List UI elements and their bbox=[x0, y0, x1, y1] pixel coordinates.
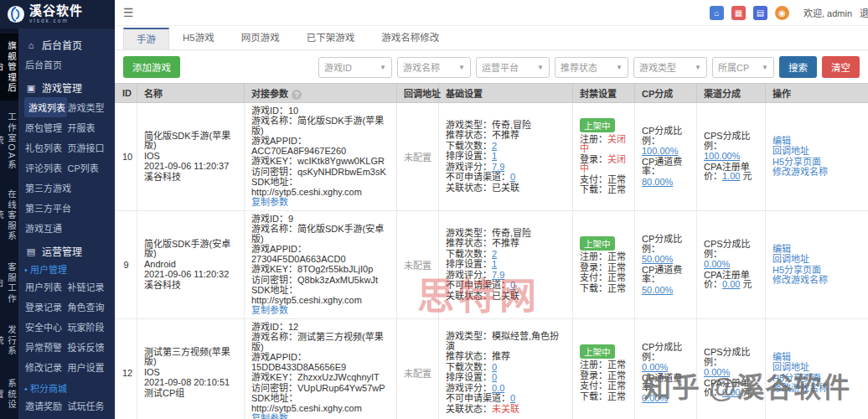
channel-share-line-value[interactable]: 0.00 bbox=[722, 387, 740, 397]
basic-line-value[interactable]: 0.0 bbox=[492, 383, 504, 393]
callback-link[interactable]: 回调地址 bbox=[772, 146, 809, 156]
basic-line-value[interactable]: 0 bbox=[510, 280, 515, 290]
sidebar-item[interactable]: 用户设置 bbox=[67, 357, 110, 377]
rail-item[interactable]: 客服工作台 bbox=[0, 254, 18, 312]
sidebar-item[interactable]: 原包管理 bbox=[24, 117, 67, 137]
sidebar-item[interactable]: 登录记录 bbox=[24, 297, 67, 317]
filter-select[interactable]: 游戏名称▼ bbox=[397, 57, 471, 78]
channel-share-line-value[interactable]: 0.00% bbox=[704, 259, 730, 269]
sidebar-item[interactable]: 角色查询 bbox=[67, 297, 110, 317]
menu-section-title[interactable]: ▤运营管理 bbox=[25, 244, 108, 258]
sidebar-item[interactable]: 页游接口 bbox=[67, 137, 110, 158]
channel-share-line-value[interactable]: 0.00 bbox=[722, 279, 740, 289]
rename-link[interactable]: 修改游戏名称 bbox=[772, 167, 828, 177]
tab-网页游戏[interactable]: 网页游戏 bbox=[228, 26, 293, 49]
filter-select[interactable]: 推荐状态▼ bbox=[555, 57, 628, 78]
basic-line-value[interactable]: 0 bbox=[510, 393, 515, 403]
menu-section-title[interactable]: ▣游戏管理 bbox=[25, 80, 108, 95]
sidebar-item[interactable]: 礼包列表 bbox=[24, 137, 67, 158]
home-icon[interactable]: ⌂ bbox=[710, 6, 724, 20]
basic-line-value[interactable]: 0 bbox=[492, 372, 497, 382]
sidebar-item[interactable]: 积分明细 bbox=[67, 416, 110, 419]
sidebar-item[interactable]: 补链记录 bbox=[67, 277, 110, 297]
tab-手游[interactable]: 手游 bbox=[123, 28, 169, 49]
edit-link[interactable]: 编辑 bbox=[772, 352, 791, 362]
channel-share-line-value[interactable]: 1.00 bbox=[722, 171, 740, 181]
basic-line-value[interactable]: 0 bbox=[492, 362, 497, 372]
edit-link[interactable]: 编辑 bbox=[772, 244, 791, 254]
filter-select[interactable]: 游戏ID▼ bbox=[318, 57, 392, 78]
cp-share-line-value[interactable]: 100.00% bbox=[642, 146, 678, 156]
sidebar-item[interactable]: 邀请奖励 bbox=[24, 396, 67, 416]
basic-line-value[interactable]: 0 bbox=[510, 172, 515, 182]
channel-share-line-value[interactable]: 100.00% bbox=[704, 151, 740, 161]
basic-line-value[interactable]: 7.9 bbox=[492, 270, 504, 280]
rail-item[interactable]: 工作室OA系统 bbox=[0, 106, 18, 178]
callback-link[interactable]: 回调地址 bbox=[772, 254, 809, 264]
sidebar-item[interactable]: 投诉反馈 bbox=[67, 337, 110, 357]
rename-link[interactable]: 修改游戏名称 bbox=[772, 383, 828, 393]
search-button[interactable]: 搜索 bbox=[779, 56, 817, 78]
tab-已下架游戏[interactable]: 已下架游戏 bbox=[293, 26, 369, 49]
basic-line-value[interactable]: 1 bbox=[492, 151, 497, 161]
tab-H5游戏[interactable]: H5游戏 bbox=[169, 26, 228, 49]
sidebar-item[interactable]: 用户列表 bbox=[24, 277, 67, 297]
sidebar-item[interactable]: 后台首页 bbox=[24, 54, 109, 75]
filter-select[interactable]: 运营平台▼ bbox=[476, 57, 550, 78]
sidebar-item[interactable]: 玩家阶段 bbox=[67, 317, 110, 337]
brand-icon[interactable]: ◉ bbox=[775, 6, 789, 20]
help-icon[interactable]: ? bbox=[292, 90, 302, 100]
filter-select[interactable]: 所属CP▼ bbox=[712, 57, 774, 78]
h5-share-link[interactable]: H5分享页面 bbox=[772, 265, 821, 275]
h5-share-link[interactable]: H5分享页面 bbox=[772, 373, 821, 383]
sidebar-item[interactable]: 游戏类型 bbox=[67, 97, 110, 117]
cp-share-line-value[interactable]: 0.00% bbox=[642, 362, 668, 372]
rail-item[interactable]: 在线客服系统 bbox=[0, 183, 18, 250]
copy-params-link-value[interactable]: 复制参数 bbox=[251, 197, 288, 207]
sidebar-item[interactable]: 修改记录 bbox=[24, 357, 67, 377]
sidebar-item[interactable]: 第三方平台 bbox=[24, 198, 109, 218]
sidebar-item[interactable]: 评论列表 bbox=[24, 158, 67, 178]
basic-line: 游戏评分：7.9 bbox=[446, 162, 566, 173]
basic-line-value[interactable]: 7.9 bbox=[492, 162, 504, 172]
sidebar-item[interactable]: 试玩任务 bbox=[67, 396, 110, 416]
h5-share-link[interactable]: H5分享页面 bbox=[772, 157, 821, 167]
sidebar-item[interactable]: 异常预警 bbox=[24, 337, 67, 357]
cp-share-line-value[interactable]: 80.00% bbox=[642, 177, 673, 187]
add-game-button[interactable]: 添加游戏 bbox=[123, 56, 180, 78]
list-icon[interactable]: ▤ bbox=[753, 6, 767, 20]
callback-link[interactable]: 回调地址 bbox=[772, 362, 809, 372]
brand-logo[interactable]: 溪谷软件 vlsdk.com bbox=[0, 0, 115, 28]
copy-params-link-value[interactable]: 复制参数 bbox=[251, 413, 288, 419]
rename-link[interactable]: 修改游戏名称 bbox=[772, 275, 828, 285]
cp-share-line-value[interactable]: 0.00% bbox=[642, 393, 668, 403]
logout-link[interactable]: 退出 bbox=[860, 6, 868, 19]
cp-share-line-value[interactable]: 50.00% bbox=[642, 254, 673, 264]
sidebar-item[interactable]: 安全中心 bbox=[24, 317, 67, 337]
sidebar-item[interactable]: 游戏列表 bbox=[24, 97, 67, 117]
menu-group-title[interactable]: 积分商城 bbox=[24, 381, 109, 395]
collapse-sidebar-icon[interactable]: ☰ bbox=[123, 6, 134, 19]
edit-link[interactable]: 编辑 bbox=[772, 136, 791, 146]
sidebar-item[interactable]: 第三方游戏 bbox=[24, 178, 109, 198]
basic-line-value[interactable]: 1 bbox=[492, 259, 497, 269]
brand-logo-icon bbox=[7, 5, 25, 23]
cp-share-line-value[interactable]: 50.00% bbox=[642, 285, 673, 295]
filter-select[interactable]: 游戏类型▼ bbox=[633, 57, 707, 78]
basic-line-value[interactable]: 2 bbox=[492, 141, 497, 151]
rail-item[interactable]: 旗舰管理后台 bbox=[0, 34, 18, 101]
sidebar-item[interactable]: CP列表 bbox=[67, 158, 110, 178]
menu-group-title[interactable]: 用户管理 bbox=[24, 262, 109, 276]
sidebar-item[interactable]: 游戏互通 bbox=[24, 218, 109, 238]
basic-line-value[interactable]: 2 bbox=[492, 249, 497, 259]
clear-button[interactable]: 清空 bbox=[822, 56, 860, 78]
copy-params-link-value[interactable]: 复制参数 bbox=[251, 305, 288, 315]
menu-section-title[interactable]: ⌂后台首页 bbox=[25, 38, 108, 52]
rail-item[interactable]: 发行系统 bbox=[0, 317, 18, 365]
calendar-icon[interactable]: ▦ bbox=[731, 6, 746, 20]
channel-share-line-value[interactable]: 0.00% bbox=[704, 367, 730, 377]
rail-item[interactable]: 系统设置 bbox=[0, 370, 18, 419]
sidebar-item[interactable]: 开服表 bbox=[67, 117, 110, 137]
sidebar-item[interactable]: 积分商城 bbox=[24, 416, 67, 419]
tab-游戏名称修改[interactable]: 游戏名称修改 bbox=[368, 26, 452, 49]
